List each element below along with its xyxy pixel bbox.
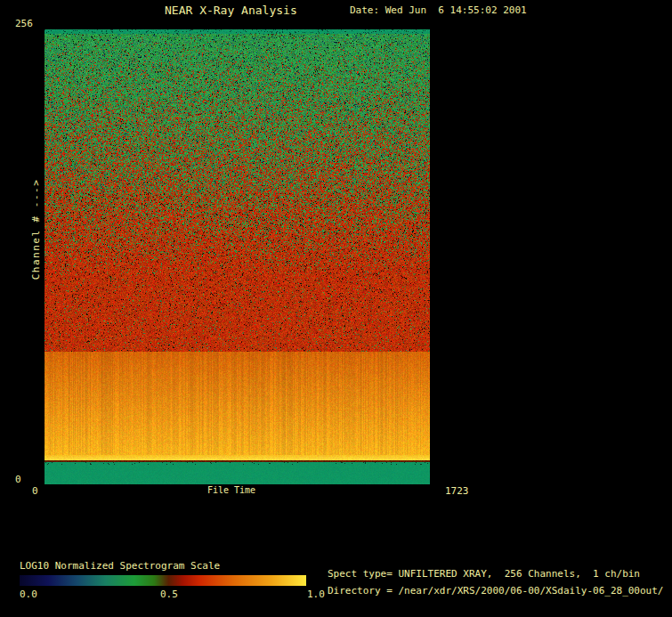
date-label: Date: Wed Jun 6 14:55:02 2001 [350,5,527,15]
colorbar-tick-0: 0.0 [20,589,37,599]
y-axis-tick-min: 0 [15,475,21,484]
y-axis-tick-max: 256 [15,19,33,28]
y-axis-label: Channel # ---> [30,141,42,319]
page-title: NEAR X-Ray Analysis [165,4,297,16]
x-axis-label: File Time [187,486,276,495]
spectrogram-canvas [45,29,430,484]
near-xray-analysis-window: NEAR X-Ray Analysis Date: Wed Jun 6 14:5… [0,0,672,617]
colorbar-label: LOG10 Normalized Spectrogram Scale [20,561,220,571]
x-axis-tick-min: 0 [32,486,38,496]
colorbar-tick-1: 1.0 [307,589,325,599]
spect-type-line: Spect type= UNFILTERED XRAY, 256 Channel… [328,569,640,579]
x-axis-tick-max: 1723 [445,486,469,496]
colorbar-gradient [20,575,306,586]
directory-line: Directory = /near/xdr/XRS/2000/06-00/XSd… [328,586,664,596]
colorbar-tick-05: 0.5 [160,589,178,599]
